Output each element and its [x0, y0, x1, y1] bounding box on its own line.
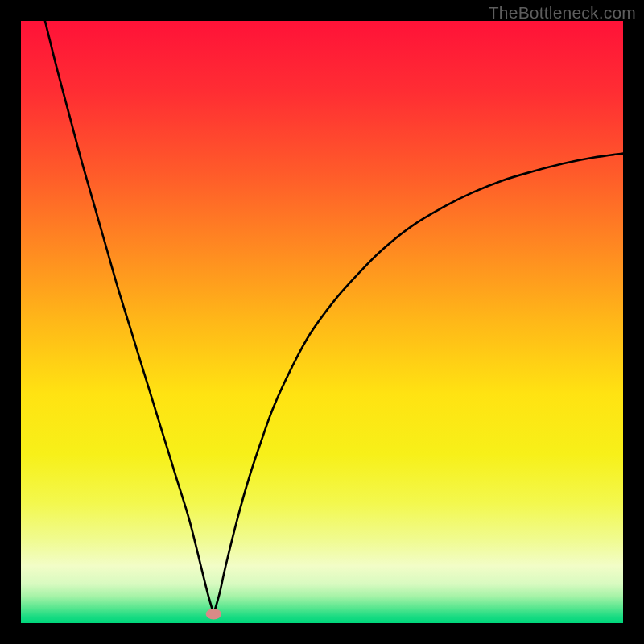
curve-layer — [21, 21, 623, 623]
bottleneck-curve — [45, 21, 623, 614]
watermark-text: TheBottleneck.com — [489, 3, 636, 23]
chart-frame: TheBottleneck.com — [0, 0, 644, 644]
plot-area — [21, 21, 623, 623]
minimum-marker — [206, 609, 221, 619]
